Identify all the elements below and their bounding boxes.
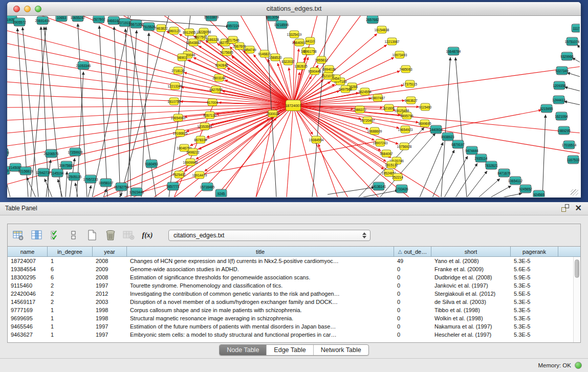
graph-node[interactable]: 7832621 <box>486 161 497 170</box>
scrollbar-thumb[interactable] <box>575 259 579 278</box>
graph-node[interactable]: 7485063 <box>401 65 411 73</box>
graph-node[interactable]: 98901 <box>178 54 187 61</box>
table-row[interactable]: 911546021997Tourette syndrome. Phenomeno… <box>8 281 580 290</box>
graph-node[interactable]: 7515526 <box>143 23 155 31</box>
graph-node[interactable]: 6497568 <box>341 85 351 93</box>
graph-node[interactable]: 8960123 <box>169 27 179 35</box>
graph-node[interactable]: 10654112 <box>510 177 521 185</box>
table-settings-icon[interactable] <box>12 229 25 242</box>
column-header-year[interactable]: year <box>93 247 127 256</box>
float-panel-icon[interactable] <box>561 204 569 212</box>
graph-node[interactable]: 8267130 <box>205 112 215 119</box>
graph-node[interactable]: 3624554 <box>360 88 370 96</box>
tab-network-table[interactable]: Network Table <box>314 345 368 355</box>
table-row[interactable]: 946362711997Embryonic stem cells: a mode… <box>8 331 580 339</box>
column-header-title[interactable]: title <box>127 247 394 256</box>
graph-node[interactable]: 1588520 <box>271 54 280 61</box>
column-header-short[interactable]: short <box>431 247 511 256</box>
graph-node[interactable]: 1362615 <box>296 62 306 70</box>
graph-node[interactable]: 15716485 <box>202 183 213 191</box>
graph-node[interactable]: 10654983 <box>173 114 183 122</box>
graph-node[interactable]: 1815132 <box>387 161 397 169</box>
zoom-window-icon[interactable] <box>35 6 41 12</box>
graph-node[interactable]: 12156819 <box>20 167 32 176</box>
graph-node[interactable]: 15720407 <box>363 117 373 124</box>
graph-node[interactable]: 924565 <box>533 190 545 198</box>
table-source-dropdown[interactable]: citations_edges.txt <box>168 230 371 241</box>
graph-node[interactable]: 8678334 <box>196 136 206 144</box>
tab-edge-table[interactable]: Edge Table <box>267 345 313 355</box>
graph-node[interactable]: 252214 <box>393 173 403 181</box>
graph-node[interactable]: 16640910 <box>295 39 304 47</box>
graph-node[interactable]: 9463627 <box>406 97 416 104</box>
graph-node[interactable]: 9590448 <box>310 68 320 75</box>
graph-node[interactable]: 21053346 <box>78 61 90 70</box>
graph-node[interactable]: 2657682 <box>367 16 379 24</box>
graph-node[interactable]: 14136141 <box>373 182 385 191</box>
table-row[interactable]: 1872400712008Changes of HCN gene express… <box>8 257 580 265</box>
close-panel-icon[interactable]: ✕ <box>575 204 582 212</box>
graph-node[interactable]: 9857771 <box>167 182 179 191</box>
graph-node[interactable]: 30975887 <box>61 161 73 170</box>
new-document-icon[interactable] <box>85 229 99 242</box>
graph-node[interactable]: 1244413 <box>553 96 565 104</box>
graph-node[interactable]: 2935114 <box>475 154 487 163</box>
graph-node[interactable]: 9175685 <box>222 49 232 56</box>
table-row[interactable]: 1938455462009Genome-wide association stu… <box>8 265 580 273</box>
network-window[interactable]: citations_edges.txt 19057290557220691406… <box>7 2 581 198</box>
graph-node[interactable]: 7857224 <box>227 21 239 30</box>
table-row[interactable]: 1456911722003Disruption of a novel membe… <box>8 298 580 306</box>
graph-node[interactable]: 16154838 <box>377 26 387 34</box>
graph-node[interactable]: 16909948 <box>186 159 195 166</box>
graph-node[interactable]: 9115460 <box>421 103 430 111</box>
graph-node[interactable]: 1440934 <box>430 125 442 134</box>
graph-node[interactable]: 9227349 <box>556 67 568 75</box>
graph-node[interactable]: 16543882 <box>189 39 199 47</box>
graph-node[interactable]: 9699695 <box>420 120 430 127</box>
graph-node[interactable]: 44110 <box>306 37 315 45</box>
graph-node[interactable]: 12942737 <box>38 168 50 177</box>
graph-node[interactable]: 11175 <box>572 24 580 33</box>
graph-node[interactable]: 10807487 <box>373 94 383 102</box>
graph-node[interactable]: 8427552 <box>211 86 221 94</box>
close-window-icon[interactable] <box>13 6 20 12</box>
graph-node[interactable]: 1121072 <box>323 72 333 80</box>
graph-node[interactable]: 20691406 <box>37 16 49 25</box>
graph-node[interactable]: 10655287 <box>72 16 84 22</box>
row-checks-icon[interactable] <box>49 229 62 242</box>
graph-node[interactable]: 16782759 <box>116 183 127 191</box>
graph-node[interactable]: 7625402 <box>175 171 184 179</box>
function-icon[interactable]: f(x) <box>141 229 154 242</box>
graph-node[interactable]: 26206576 <box>46 149 57 158</box>
graph-node[interactable]: 9495796 <box>402 112 412 120</box>
table-row[interactable]: 977716911998Corpus callosum shape and si… <box>8 306 580 314</box>
graph-node[interactable]: 2530023 <box>268 110 278 118</box>
graph-node[interactable]: 7955812 <box>317 56 326 64</box>
graph-node[interactable]: 1810755 <box>169 98 179 105</box>
graph-node[interactable]: 2905572 <box>14 18 26 27</box>
graph-node[interactable]: 10756928 <box>400 143 409 150</box>
graph-node[interactable]: 9146821 <box>260 50 270 58</box>
column-select-icon[interactable] <box>30 229 43 242</box>
column-header-out_de[interactable]: △out_de… <box>394 247 431 256</box>
graph-node[interactable]: 621606 <box>384 104 394 112</box>
minimize-window-icon[interactable] <box>24 6 31 12</box>
network-window-titlebar[interactable]: citations_edges.txt <box>7 2 581 16</box>
rows-icon[interactable] <box>67 229 80 242</box>
graph-node[interactable]: 13325419 <box>290 31 299 38</box>
graph-node[interactable]: 17957233 <box>85 175 97 184</box>
delete-icon[interactable] <box>104 229 117 242</box>
graph-node[interactable]: 917004 <box>208 99 217 106</box>
graph-node[interactable]: 16958107 <box>100 179 112 187</box>
graph-node[interactable]: 7463822 <box>157 25 166 32</box>
table-row[interactable]: 946554611997Estimation of the future num… <box>8 322 580 331</box>
graph-canvas[interactable]: 1905729055722069140610653106552871527602… <box>7 16 580 197</box>
graph-node[interactable]: 1145194 <box>52 169 63 178</box>
graph-node[interactable]: 1209358 <box>554 81 565 90</box>
graph-node[interactable]: 1733426 <box>396 185 408 193</box>
graph-node[interactable]: 8186328 <box>208 36 217 43</box>
graph-node[interactable]: 2582669 <box>7 148 9 157</box>
graph-node[interactable]: 7986372 <box>355 106 365 114</box>
graph-node[interactable]: 9684067 <box>382 150 391 158</box>
graph-node[interactable]: 1167533 <box>568 156 579 164</box>
